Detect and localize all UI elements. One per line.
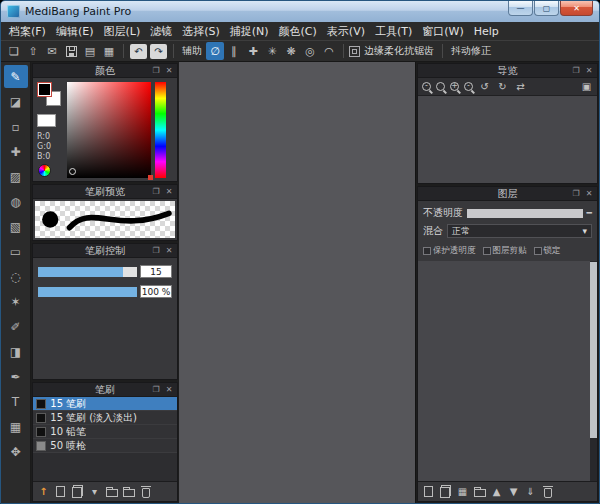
minimize-button[interactable]: — bbox=[508, 1, 533, 16]
delete-layer-icon[interactable] bbox=[541, 485, 554, 499]
menu-item-layer[interactable]: 图层(L) bbox=[98, 22, 145, 41]
redo-icon[interactable]: ↷ bbox=[150, 44, 167, 59]
menu-item-view[interactable]: 表示(V) bbox=[322, 22, 370, 41]
lasso-tool[interactable]: ◌ bbox=[4, 265, 28, 288]
bucket-tool[interactable]: ◍ bbox=[4, 190, 28, 213]
eyedropper-tool[interactable]: ✒ bbox=[4, 365, 28, 388]
popout-icon[interactable]: ❐ bbox=[151, 246, 161, 255]
canvas[interactable] bbox=[179, 62, 415, 503]
clipping-checkbox[interactable]: 图层剪贴 bbox=[483, 245, 527, 257]
text-tool[interactable]: T bbox=[4, 390, 28, 413]
select-pen-tool[interactable]: ✐ bbox=[4, 315, 28, 338]
delete-brush-icon[interactable] bbox=[139, 485, 152, 499]
pixel-layer-icon[interactable]: ▦ bbox=[456, 485, 469, 499]
zoom-in-icon[interactable] bbox=[450, 82, 459, 91]
layer-list[interactable] bbox=[418, 261, 590, 481]
move-layer-up-icon[interactable]: ▲ bbox=[490, 485, 503, 499]
protect-alpha-checkbox[interactable]: 保护透明度 bbox=[423, 245, 476, 257]
snap-parallel-icon[interactable]: ∥ bbox=[225, 42, 243, 60]
menu-item-file[interactable]: 档案(F) bbox=[4, 22, 51, 41]
add-layer-icon[interactable] bbox=[422, 485, 435, 499]
close-icon[interactable]: ✕ bbox=[164, 246, 174, 255]
brush-list-item[interactable]: 15 笔刷 (淡入淡出) bbox=[33, 411, 177, 425]
zoom-fit-icon[interactable] bbox=[464, 82, 473, 91]
brush-size-value[interactable]: 15 bbox=[140, 265, 172, 278]
brush-menu-caret-icon[interactable]: ▾ bbox=[88, 485, 101, 499]
antialias-checkbox-icon[interactable] bbox=[349, 46, 360, 57]
popout-icon[interactable]: ❐ bbox=[151, 385, 161, 394]
save-icon[interactable] bbox=[62, 42, 80, 60]
snap-vanishing-icon[interactable]: ✳ bbox=[263, 42, 281, 60]
menu-item-tool[interactable]: 工具(T) bbox=[370, 22, 417, 41]
flip-horizontal-icon[interactable]: ⇄ bbox=[514, 80, 527, 94]
close-icon[interactable]: ✕ bbox=[164, 187, 174, 196]
brush-folder2-icon[interactable] bbox=[122, 485, 135, 499]
move-tool[interactable]: ✚ bbox=[4, 140, 28, 163]
brush-size-slider[interactable] bbox=[38, 267, 137, 277]
white-swatch[interactable] bbox=[37, 114, 56, 127]
new-canvas-icon[interactable]: ❏ bbox=[5, 42, 23, 60]
snap-cross-icon[interactable]: ✚ bbox=[244, 42, 262, 60]
popout-icon[interactable]: ❐ bbox=[151, 187, 161, 196]
menu-item-select[interactable]: 选择(S) bbox=[177, 22, 225, 41]
sv-picker-marker[interactable] bbox=[69, 168, 76, 175]
brush-list-item[interactable]: 10 铅笔 bbox=[33, 425, 177, 439]
snap-radial-icon[interactable]: ❋ bbox=[282, 42, 300, 60]
zoom-out-icon[interactable] bbox=[422, 82, 431, 91]
brush-opacity-slider[interactable] bbox=[38, 287, 137, 297]
popout-icon[interactable]: ❐ bbox=[151, 66, 161, 75]
lock-checkbox[interactable]: 锁定 bbox=[534, 245, 561, 257]
layer-scrollbar[interactable] bbox=[590, 261, 597, 481]
zoom-reset-icon[interactable] bbox=[436, 82, 445, 91]
hand-tool[interactable]: ✥ bbox=[4, 440, 28, 463]
duplicate-layer-icon[interactable] bbox=[439, 485, 452, 499]
magic-wand-tool[interactable]: ✶ bbox=[4, 290, 28, 313]
layer-opacity-slider[interactable] bbox=[467, 209, 583, 218]
popout-icon[interactable]: ❐ bbox=[571, 66, 581, 75]
saturation-value-picker[interactable] bbox=[67, 82, 151, 178]
menu-item-filter[interactable]: 滤镜 bbox=[145, 22, 177, 41]
close-icon[interactable]: ✕ bbox=[164, 385, 174, 394]
rotate-ccw-icon[interactable]: ↺ bbox=[478, 80, 491, 94]
snap-off-icon[interactable]: ∅ bbox=[206, 42, 224, 60]
close-icon[interactable]: ✕ bbox=[584, 189, 594, 198]
palette-icon[interactable] bbox=[38, 164, 51, 177]
select-tool[interactable]: ▭ bbox=[4, 240, 28, 263]
gallery-icon[interactable]: ▤ bbox=[81, 42, 99, 60]
menu-item-snap[interactable]: 捕捉(N) bbox=[225, 22, 274, 41]
popout-icon[interactable]: ❐ bbox=[571, 189, 581, 198]
add-brush-icon[interactable] bbox=[54, 485, 67, 499]
blend-mode-dropdown[interactable]: 正常 ▾ bbox=[447, 224, 592, 238]
brush-tool[interactable]: ✎ bbox=[4, 65, 28, 88]
upload-brush-icon[interactable]: ↑ bbox=[37, 485, 50, 499]
divide-tool[interactable]: ▦ bbox=[4, 415, 28, 438]
close-icon[interactable]: ✕ bbox=[584, 66, 594, 75]
select-eraser-tool[interactable]: ◨ bbox=[4, 340, 28, 363]
brush-list-item[interactable]: 50 喷枪 bbox=[33, 439, 177, 453]
gradient-tool[interactable]: ▧ bbox=[4, 215, 28, 238]
menu-item-color[interactable]: 颜色(C) bbox=[274, 22, 322, 41]
snap-circle-icon[interactable]: ◎ bbox=[301, 42, 319, 60]
export-icon[interactable]: ⇧ bbox=[24, 42, 42, 60]
move-layer-down-icon[interactable]: ▼ bbox=[507, 485, 520, 499]
maximize-button[interactable]: ▢ bbox=[534, 1, 559, 16]
scrollbar-thumb[interactable] bbox=[590, 262, 597, 438]
edit-brush-icon[interactable] bbox=[71, 485, 84, 499]
title-bar[interactable]: MediBang Paint Pro — ▢ ✕ bbox=[1, 1, 599, 22]
comment-icon[interactable]: ✉ bbox=[43, 42, 61, 60]
snap-curve-icon[interactable]: ◠ bbox=[320, 42, 338, 60]
merge-layer-icon[interactable]: ⇓ bbox=[524, 485, 537, 499]
brush-list-item[interactable]: 15 笔刷 bbox=[33, 397, 177, 411]
layer-folder-icon[interactable] bbox=[473, 485, 486, 499]
menu-item-window[interactable]: 窗口(W) bbox=[417, 22, 468, 41]
undo-icon[interactable]: ↶ bbox=[130, 44, 147, 59]
navigator-preview[interactable] bbox=[418, 96, 597, 183]
close-button[interactable]: ✕ bbox=[560, 1, 593, 16]
close-icon[interactable]: ✕ bbox=[164, 66, 174, 75]
hue-slider[interactable] bbox=[155, 82, 166, 178]
menu-item-edit[interactable]: 编辑(E) bbox=[51, 22, 99, 41]
fit-window-icon[interactable]: ▣ bbox=[580, 80, 593, 94]
opacity-menu-icon[interactable]: ━ bbox=[587, 208, 592, 218]
rotate-cw-icon[interactable]: ↻ bbox=[496, 80, 509, 94]
fill-tool[interactable]: ▨ bbox=[4, 165, 28, 188]
